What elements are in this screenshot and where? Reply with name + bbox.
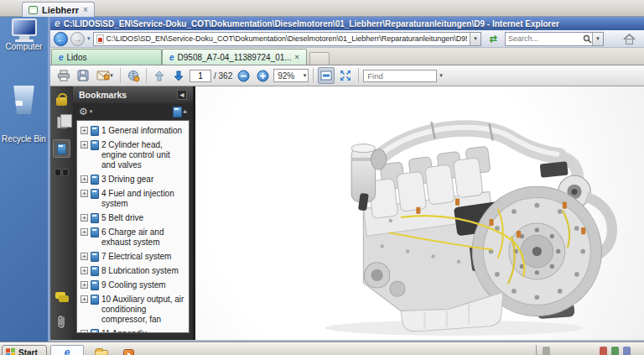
- search-dropdown-button[interactable]: ▾: [592, 33, 603, 45]
- zoom-level-select[interactable]: 92% ▾: [273, 69, 309, 82]
- search-box[interactable]: ▾: [505, 32, 604, 46]
- expand-plus-icon[interactable]: +: [80, 175, 88, 183]
- pdf-page: [195, 86, 644, 340]
- nav-history-dropdown-icon[interactable]: ▾: [87, 35, 91, 42]
- taskbar: Start e: [0, 342, 644, 355]
- security-lock-icon[interactable]: [56, 97, 67, 106]
- taskbar-ie-button[interactable]: e: [50, 345, 84, 355]
- desktop: Computer Recycle Bin: [0, 17, 48, 342]
- save-button[interactable]: [75, 67, 91, 84]
- find-input[interactable]: [363, 70, 437, 82]
- print-button[interactable]: [55, 67, 72, 84]
- bookmark-item[interactable]: + 1 General information: [80, 126, 186, 136]
- forward-button[interactable]: →: [70, 32, 85, 46]
- expand-plus-icon[interactable]: +: [80, 330, 88, 333]
- bookmark-item[interactable]: + 9 Cooling system: [80, 280, 186, 290]
- zoom-out-button[interactable]: [235, 67, 252, 84]
- desktop-icon-computer[interactable]: Computer: [0, 18, 48, 51]
- address-dropdown-button[interactable]: ▾: [470, 33, 480, 45]
- bookmark-icon: [91, 175, 99, 185]
- gear-dropdown-icon[interactable]: ▾: [90, 108, 93, 115]
- screen: Liebherr × Computer Recycle Bin e C:\LID…: [0, 0, 644, 355]
- bookmark-item[interactable]: + 2 Cylinder head, engine control unit a…: [80, 140, 186, 170]
- app-tab-close-icon[interactable]: ×: [83, 6, 88, 14]
- pdf-content-area: Bookmarks ◀ ⚙ ▾ + + 1 General informati: [50, 86, 644, 340]
- address-bar: ← → ▾ C:\LIDOS\SD_EN\Service-Doku_COT\Do…: [50, 30, 644, 48]
- tray-icon[interactable]: [623, 347, 631, 355]
- refresh-button[interactable]: ⇄: [484, 32, 502, 46]
- bookmark-label: 11 Appendix: [101, 329, 186, 333]
- email-dropdown-icon[interactable]: ▾: [110, 72, 113, 79]
- tab-lidos-label: Lidos: [67, 53, 87, 62]
- bookmarks-options-row: ⚙ ▾ +: [73, 103, 193, 120]
- previous-page-button[interactable]: [151, 67, 168, 84]
- bookmark-item[interactable]: + 3 Driving gear: [80, 175, 186, 185]
- bookmark-item[interactable]: + 8 Lubrication system: [80, 266, 186, 276]
- expand-plus-icon[interactable]: +: [80, 253, 88, 260]
- new-tab-button[interactable]: [309, 52, 330, 65]
- tray-icon[interactable]: [543, 347, 550, 355]
- start-label: Start: [18, 348, 38, 355]
- tab-lidos[interactable]: e Lidos: [51, 49, 162, 65]
- tray-icon[interactable]: [611, 347, 619, 355]
- search-icon[interactable]: [583, 34, 592, 44]
- ie-taskbar-icon: e: [65, 347, 70, 355]
- search-binoculars-icon[interactable]: [55, 169, 69, 176]
- zoom-dropdown-icon: ▾: [304, 72, 309, 79]
- bookmark-icon: [91, 189, 99, 199]
- expand-plus-icon[interactable]: +: [80, 127, 88, 134]
- email-share-button[interactable]: ▾: [94, 67, 116, 84]
- bookmark-item[interactable]: + 5 Belt drive: [80, 213, 186, 223]
- back-button[interactable]: ←: [54, 32, 68, 46]
- panel-collapse-button[interactable]: ◀: [177, 90, 187, 100]
- taskbar-app-button[interactable]: [119, 345, 138, 355]
- tab-close-icon[interactable]: ×: [295, 53, 299, 61]
- bookmark-icon: [91, 266, 99, 276]
- page-number-input[interactable]: [190, 70, 211, 82]
- window-titlebar[interactable]: e C:\LIDOS\SD_EN\Service-Doku_COT\Dokume…: [50, 17, 644, 30]
- zoom-in-button[interactable]: [254, 67, 271, 84]
- home-icon[interactable]: [623, 34, 636, 44]
- web-collaboration-button[interactable]: [125, 67, 142, 84]
- bookmark-item[interactable]: + 10 Auxiliary output, air conditioning …: [80, 295, 186, 325]
- gear-icon[interactable]: ⚙: [79, 107, 88, 117]
- expand-plus-icon[interactable]: +: [80, 281, 88, 289]
- next-page-button[interactable]: [170, 67, 187, 84]
- expand-bookmark-button[interactable]: +: [173, 107, 187, 117]
- expand-plus-icon[interactable]: +: [80, 214, 88, 222]
- bookmark-icon: [91, 213, 99, 223]
- find-dropdown-icon[interactable]: ▾: [439, 72, 443, 79]
- expand-plus-icon[interactable]: +: [80, 267, 88, 274]
- scrolling-mode-button[interactable]: [318, 67, 335, 84]
- bookmark-item[interactable]: + 4 Fuel and injection system: [80, 189, 186, 209]
- taskbar-folder-button[interactable]: [89, 345, 114, 355]
- pdf-document-icon: [96, 34, 104, 44]
- attachments-paperclip-icon[interactable]: [57, 315, 66, 333]
- comments-icon[interactable]: [55, 292, 69, 302]
- start-button[interactable]: Start: [2, 345, 47, 355]
- toolbar-separator: [120, 68, 121, 83]
- bookmark-icon: [91, 280, 99, 290]
- bookmarks-panel-button[interactable]: [53, 139, 70, 158]
- bookmark-item[interactable]: + 11 Appendix: [80, 329, 186, 333]
- bookmark-label: 1 General information: [101, 126, 186, 136]
- search-input[interactable]: [506, 34, 583, 43]
- app-orange-icon: [123, 349, 134, 355]
- app-tab-liebherr[interactable]: Liebherr ×: [22, 2, 95, 17]
- expand-plus-icon[interactable]: +: [80, 295, 88, 303]
- address-field[interactable]: C:\LIDOS\SD_EN\Service-Doku_COT\Dokument…: [93, 32, 481, 46]
- bookmark-item[interactable]: + 7 Electrical system: [80, 252, 186, 262]
- tab-document[interactable]: e D9508_A7-04_11389724_01... ×: [162, 49, 307, 65]
- toolbar-separator: [358, 68, 359, 83]
- ie-logo-icon: e: [55, 18, 60, 29]
- expand-plus-icon[interactable]: +: [80, 190, 88, 197]
- fit-window-button[interactable]: [337, 67, 354, 84]
- page-thumbnails-icon[interactable]: [57, 117, 67, 128]
- expand-plus-icon[interactable]: +: [80, 141, 88, 149]
- desktop-icon-recycle-bin[interactable]: Recycle Bin: [0, 86, 48, 144]
- tray-icon[interactable]: [600, 347, 607, 355]
- expand-plus-icon[interactable]: +: [80, 228, 88, 236]
- window-title: C:\LIDOS\SD_EN\Service-Doku_COT\Dokument…: [64, 19, 559, 29]
- bookmark-item[interactable]: + 6 Charge air and exhaust system: [80, 227, 186, 248]
- bookmarks-panel-icon: [57, 144, 66, 154]
